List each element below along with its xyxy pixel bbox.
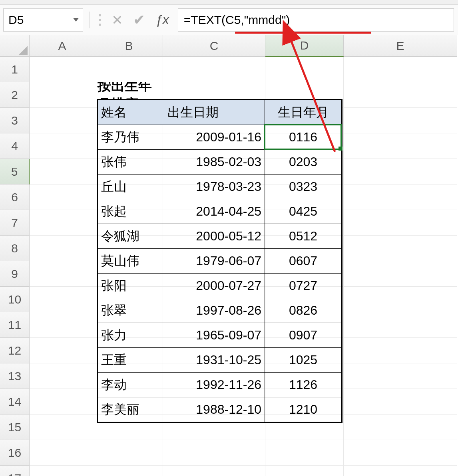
cell-A3[interactable] — [30, 108, 95, 133]
cell-mmdd[interactable]: 0826 — [265, 298, 342, 323]
cell-mmdd[interactable]: 0512 — [265, 224, 342, 249]
cell-E7[interactable] — [344, 210, 457, 236]
cell-date[interactable]: 2014-04-25 — [164, 199, 265, 224]
cell-C1[interactable] — [163, 57, 265, 82]
cell-C17[interactable] — [163, 466, 265, 476]
cancel-icon[interactable]: ✕ — [112, 12, 123, 28]
row-header-4[interactable]: 4 — [0, 133, 30, 159]
cell-E1[interactable] — [344, 57, 457, 82]
col-header-D[interactable]: D — [265, 35, 344, 57]
row-header-7[interactable]: 7 — [0, 210, 30, 236]
cell-name[interactable]: 张翠 — [98, 298, 164, 323]
cell-E17[interactable] — [344, 466, 457, 476]
table-row[interactable]: 令狐湖 2000-05-12 0512 — [98, 224, 342, 249]
cell-date[interactable]: 1978-03-23 — [164, 175, 265, 199]
cell-date[interactable]: 1965-09-07 — [164, 323, 265, 348]
row-header-15[interactable]: 15 — [0, 415, 30, 440]
table-header[interactable]: 生日年月 — [265, 100, 342, 125]
cell-A1[interactable] — [30, 57, 95, 82]
cell-mmdd[interactable]: 1025 — [265, 348, 342, 373]
row-header-12[interactable]: 12 — [0, 338, 30, 363]
cell-B17[interactable] — [95, 466, 163, 476]
cell-E6[interactable] — [344, 184, 457, 210]
cell-A8[interactable] — [30, 236, 95, 261]
cell-E3[interactable] — [344, 108, 457, 133]
col-header-B[interactable]: B — [95, 35, 163, 57]
cell-name[interactable]: 令狐湖 — [98, 224, 164, 249]
cell-D16[interactable] — [265, 440, 344, 466]
cell-B16[interactable] — [95, 440, 163, 466]
cell-name[interactable]: 李乃伟 — [98, 125, 164, 150]
cell-E11[interactable] — [344, 312, 457, 338]
cell-C16[interactable] — [163, 440, 265, 466]
table-row[interactable]: 张力 1965-09-07 0907 — [98, 323, 342, 348]
cell-E14[interactable] — [344, 389, 457, 415]
cell-E8[interactable] — [344, 236, 457, 261]
cell-name[interactable]: 丘山 — [98, 175, 164, 199]
cell-E4[interactable] — [344, 133, 457, 159]
cell-date[interactable]: 1931-10-25 — [164, 348, 265, 373]
cell-A14[interactable] — [30, 389, 95, 415]
formula-input[interactable]: =TEXT(C5,"mmdd") — [178, 8, 454, 32]
cell-date[interactable]: 1992-11-26 — [164, 373, 265, 397]
cell-A16[interactable] — [30, 440, 95, 466]
table-row[interactable]: 李动 1992-11-26 1126 — [98, 373, 342, 397]
table-row[interactable]: 王重 1931-10-25 1025 — [98, 348, 342, 373]
cell-name[interactable]: 李动 — [98, 373, 164, 397]
cell-name[interactable]: 张力 — [98, 323, 164, 348]
cell-A5[interactable] — [30, 159, 95, 184]
cell-date[interactable]: 1997-08-26 — [164, 298, 265, 323]
row-header-8[interactable]: 8 — [0, 236, 30, 261]
cell-date[interactable]: 2000-07-27 — [164, 274, 265, 298]
cell-date[interactable]: 2009-01-16 — [164, 125, 265, 150]
cell-mmdd[interactable]: 0727 — [265, 274, 342, 298]
cell-A12[interactable] — [30, 338, 95, 363]
cell-A10[interactable] — [30, 287, 95, 312]
cell-name[interactable]: 莫山伟 — [98, 249, 164, 274]
row-header-11[interactable]: 11 — [0, 312, 30, 338]
cell-A15[interactable] — [30, 415, 95, 440]
col-header-C[interactable]: C — [163, 35, 265, 57]
cell-A9[interactable] — [30, 261, 95, 287]
cell-A7[interactable] — [30, 210, 95, 236]
cell-E16[interactable] — [344, 440, 457, 466]
cell-E9[interactable] — [344, 261, 457, 287]
cell-name[interactable]: 王重 — [98, 348, 164, 373]
enter-icon[interactable]: ✔ — [133, 12, 145, 28]
row-header-10[interactable]: 10 — [0, 287, 30, 312]
cell-date[interactable]: 1988-12-10 — [164, 397, 265, 422]
cell-mmdd[interactable]: 0607 — [265, 249, 342, 274]
cell-D1[interactable] — [265, 57, 344, 82]
table-row[interactable]: 张起 2014-04-25 0425 — [98, 199, 342, 224]
cell-A11[interactable] — [30, 312, 95, 338]
cell-A6[interactable] — [30, 184, 95, 210]
cell-A4[interactable] — [30, 133, 95, 159]
chevron-down-icon[interactable] — [73, 18, 79, 22]
table-row[interactable]: 张翠 1997-08-26 0826 — [98, 298, 342, 323]
cell-A2[interactable] — [30, 82, 95, 108]
table-row[interactable]: 丘山 1978-03-23 0323 — [98, 175, 342, 199]
table-header[interactable]: 出生日期 — [164, 100, 265, 125]
cell-name[interactable]: 李美丽 — [98, 397, 164, 422]
cell-E2[interactable] — [344, 82, 457, 108]
col-header-A[interactable]: A — [30, 35, 95, 57]
table-row[interactable]: 李乃伟 2009-01-16 0116 — [98, 125, 342, 150]
cell-D17[interactable] — [265, 466, 344, 476]
cell-mmdd[interactable]: 0425 — [265, 199, 342, 224]
table-header[interactable]: 姓名 — [98, 100, 164, 125]
row-header-1[interactable]: 1 — [0, 57, 30, 82]
cell-date[interactable]: 2000-05-12 — [164, 224, 265, 249]
col-header-E[interactable]: E — [344, 35, 457, 57]
row-header-9[interactable]: 9 — [0, 261, 30, 287]
cell-mmdd[interactable]: 0116 — [265, 125, 342, 150]
row-header-13[interactable]: 13 — [0, 363, 30, 389]
table-row[interactable]: 莫山伟 1979-06-07 0607 — [98, 249, 342, 274]
cell-B1[interactable] — [95, 57, 163, 82]
name-box[interactable]: D5 — [3, 8, 83, 32]
table-row[interactable]: 张伟 1985-02-03 0203 — [98, 150, 342, 175]
cell-mmdd[interactable]: 0203 — [265, 150, 342, 175]
cell-mmdd[interactable]: 1210 — [265, 397, 342, 422]
cell-E12[interactable] — [344, 338, 457, 363]
row-header-16[interactable]: 16 — [0, 440, 30, 466]
cell-E10[interactable] — [344, 287, 457, 312]
